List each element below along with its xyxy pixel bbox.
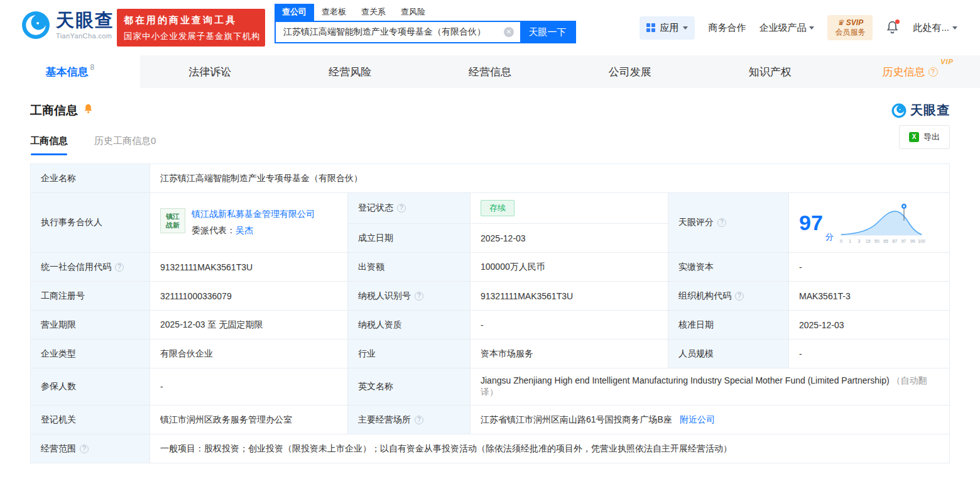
promo-line1: 都在用的商业查询工具	[124, 14, 258, 26]
help-icon[interactable]: ?	[115, 263, 124, 272]
table-row: 营业期限 2025-12-03 至 无固定期限 纳税人资质 - 核准日期 202…	[31, 311, 950, 340]
table-row: 企业类型 有限合伙企业 行业 资本市场服务 人员规模 -	[31, 340, 950, 368]
partner-company-link[interactable]: 镇江战新私募基金管理有限公司	[192, 209, 315, 219]
nav-enterprise-products[interactable]: 企业级产品	[759, 22, 814, 34]
field-business-scope-value: 一般项目：股权投资；创业投资（限投资未上市企业）；以自有资金从事投资活动（除依法…	[150, 434, 950, 463]
field-capital-value: 100000万人民币	[471, 253, 668, 282]
field-approval-date-label: 核准日期	[668, 311, 789, 340]
field-industry-label: 行业	[348, 340, 471, 368]
field-approval-date-value: 2025-12-03	[789, 311, 950, 340]
field-business-term-value: 2025-12-03 至 无固定期限	[150, 311, 348, 340]
field-paid-capital-label: 实缴资本	[668, 253, 789, 282]
help-icon[interactable]: ?	[717, 218, 726, 227]
tianyancha-logo-icon	[21, 11, 50, 40]
tab-basic-info-count: 8	[90, 63, 95, 72]
search-tab-boss[interactable]: 查老板	[314, 4, 354, 21]
tab-operating-risk[interactable]: 经营风险	[280, 55, 420, 88]
tab-operating-risk-label: 经营风险	[329, 65, 371, 79]
watermark-brand-name: 天眼查	[910, 102, 950, 119]
nearby-companies-link[interactable]: 附近公司	[680, 414, 715, 424]
help-icon[interactable]: ?	[415, 292, 423, 301]
table-row: 工商注册号 321111000336079 纳税人识别号? 91321111MA…	[31, 282, 950, 311]
tianyancha-logo[interactable]: 天眼查 TianYanCha.com	[21, 11, 114, 40]
delegate-rep-label: 委派代表：	[192, 225, 236, 235]
tab-basic-info-label: 基本信息	[46, 65, 89, 79]
table-row: 统一社会信用代码? 91321111MAK3561T3U 出资额 100000万…	[31, 253, 950, 282]
field-main-premises-value: 江苏省镇江市润州区南山路61号国投商务广场B座附近公司	[471, 406, 950, 434]
svip-crown-icon: ♛ SVIP	[835, 18, 865, 28]
svg-text:100: 100	[918, 239, 925, 243]
announcement-bell-icon[interactable]	[83, 103, 94, 118]
help-icon[interactable]: ?	[735, 292, 744, 301]
field-established-date-value: 2025-12-03	[471, 224, 668, 253]
user-account-menu[interactable]: 此处有...	[913, 22, 957, 34]
tab-basic-info[interactable]: 基本信息 8	[0, 55, 140, 88]
main-content: 工商信息 天眼查 工商信息 历史工商信息0 X 导出	[0, 102, 980, 463]
subtab-business-info[interactable]: 工商信息	[30, 135, 68, 155]
excel-icon: X	[909, 132, 919, 142]
score-value[interactable]: 97	[799, 212, 823, 233]
clear-search-icon[interactable]: ✕	[504, 27, 514, 37]
table-row: 企业名称 江苏镇江高端智能制造产业专项母基金（有限合伙）	[31, 164, 950, 193]
field-company-name-label: 企业名称	[31, 164, 150, 193]
tianyancha-watermark-logo: 天眼查	[891, 102, 950, 119]
help-icon[interactable]: ?	[80, 445, 89, 453]
tab-history-info[interactable]: VIP 历史信息 ?	[840, 55, 980, 88]
field-org-code-label: 组织机构代码?	[668, 282, 789, 311]
field-tianyan-score-value: 97 分 013155065879799100	[789, 193, 950, 253]
help-icon[interactable]: ?	[928, 67, 938, 77]
tab-business-info-label: 经营信息	[469, 65, 511, 79]
vip-badge: VIP	[940, 58, 954, 65]
tab-legal-litigation-label: 法律诉讼	[188, 65, 231, 79]
table-row: 经营范围? 一般项目：股权投资；创业投资（限投资未上市企业）；以自有资金从事投资…	[31, 434, 950, 463]
tab-intellectual-property[interactable]: 知识产权	[700, 55, 840, 88]
table-row: 执行事务合伙人 镇江 战新 镇江战新私募基金管理有限公司 委派代表：吴杰	[31, 193, 950, 224]
export-button[interactable]: X 导出	[899, 125, 950, 149]
search-tab-relation[interactable]: 查关系	[354, 4, 393, 21]
field-org-code-value: MAK3561T-3	[789, 282, 950, 311]
tab-legal-litigation[interactable]: 法律诉讼	[140, 55, 280, 88]
svip-label: SVIP	[846, 18, 863, 27]
notifications-bell-icon[interactable]	[886, 20, 900, 35]
premises-address-text: 江苏省镇江市润州区南山路61号国投商务广场B座	[481, 414, 672, 424]
search-tab-company[interactable]: 查公司	[275, 4, 314, 21]
field-registration-status-value: 存续	[471, 193, 668, 224]
field-registration-status-label: 登记状态?	[348, 193, 471, 224]
field-company-type-value: 有限合伙企业	[150, 340, 348, 368]
field-taxpayer-id-value: 91321111MAK3561T3U	[471, 282, 668, 311]
svg-text:65: 65	[883, 239, 888, 243]
help-icon[interactable]: ?	[415, 416, 423, 424]
tab-company-development[interactable]: 公司发展	[560, 55, 700, 88]
partner-company-logo: 镇江 战新	[160, 208, 185, 233]
business-info-subtabs: 工商信息 历史工商信息0 X 导出	[30, 129, 950, 155]
search-input[interactable]	[276, 22, 520, 42]
score-unit: 分	[825, 231, 834, 243]
tab-business-info[interactable]: 经营信息	[420, 55, 560, 88]
table-row: 登记机关 镇江市润州区政务服务管理办公室 主要经营场所? 江苏省镇江市润州区南山…	[31, 406, 950, 434]
svg-text:50: 50	[874, 239, 879, 243]
field-english-name-value: Jiangsu Zhenjiang High end Intelligent M…	[471, 368, 950, 406]
field-taxpayer-qualification-label: 纳税人资质	[348, 311, 471, 340]
field-credit-code-value: 91321111MAK3561T3U	[150, 253, 348, 282]
svg-text:99: 99	[910, 239, 915, 243]
apps-menu[interactable]: 应用	[640, 16, 695, 40]
nav-business-cooperation[interactable]: 商务合作	[708, 22, 746, 34]
status-badge: 存续	[481, 200, 514, 216]
search-tab-risk[interactable]: 查风险	[393, 4, 433, 21]
field-industry-value: 资本市场服务	[471, 340, 668, 368]
svip-membership-button[interactable]: ♛ SVIP 会员服务	[827, 15, 873, 40]
field-capital-label: 出资额	[348, 253, 471, 282]
chevron-down-icon	[809, 26, 814, 30]
tab-company-development-label: 公司发展	[609, 65, 651, 79]
tab-intellectual-property-label: 知识产权	[749, 65, 792, 79]
subtab-history-business-info[interactable]: 历史工商信息0	[94, 135, 156, 155]
search-button[interactable]: 天眼一下	[520, 22, 575, 42]
delegate-rep-link[interactable]: 吴杰	[236, 225, 253, 235]
english-name-text: Jiangsu Zhenjiang High end Intelligent M…	[481, 375, 890, 385]
field-staff-size-value: -	[789, 340, 950, 368]
help-icon[interactable]: ?	[397, 204, 406, 213]
svip-sublabel: 会员服务	[835, 28, 865, 37]
field-business-scope-label: 经营范围?	[31, 434, 150, 463]
field-registration-number-label: 工商注册号	[31, 282, 150, 311]
field-executive-partner-label: 执行事务合伙人	[31, 193, 150, 253]
